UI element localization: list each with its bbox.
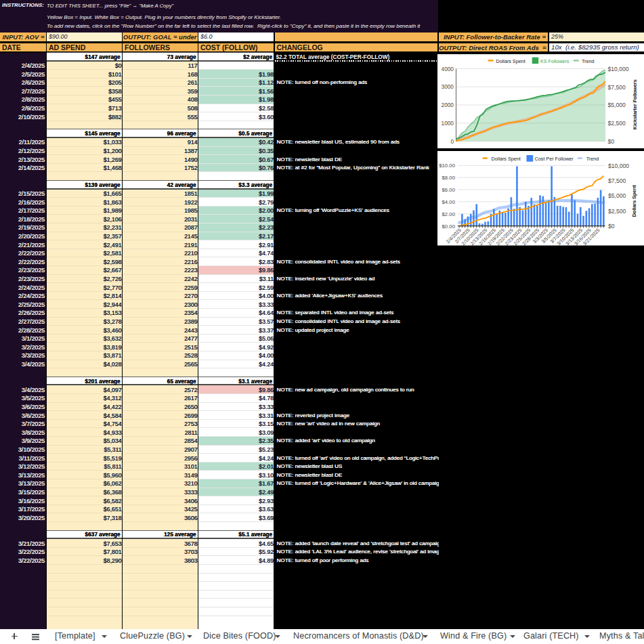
svg-text:Cost Per Follower: Cost Per Follower — [535, 156, 574, 162]
svg-text:$2,500: $2,500 — [608, 120, 626, 127]
svg-text:2000: 2000 — [442, 102, 454, 108]
svg-text:$0.00: $0.00 — [442, 223, 455, 230]
svg-text:$2.00: $2.00 — [442, 211, 455, 217]
svg-text:$0: $0 — [608, 137, 615, 144]
svg-text:$6.00: $6.00 — [442, 187, 455, 193]
svg-text:3000: 3000 — [442, 83, 454, 90]
svg-text:$10,000: $10,000 — [608, 163, 629, 169]
svg-text:Trend: Trend — [582, 58, 595, 64]
svg-text:$7,500: $7,500 — [608, 83, 626, 90]
svg-text:$10,000: $10,000 — [608, 65, 629, 72]
svg-text:$5,000: $5,000 — [608, 192, 626, 199]
svg-text:4000: 4000 — [442, 65, 454, 72]
svg-text:$2,500: $2,500 — [608, 208, 626, 215]
svg-text:$4.00: $4.00 — [442, 199, 455, 205]
svg-text:$7,500: $7,500 — [608, 177, 626, 184]
svg-text:Kickstarter Followers: Kickstarter Followers — [632, 79, 638, 129]
svg-text:Dollars Spent: Dollars Spent — [496, 58, 525, 64]
svg-text:Dollars Spent: Dollars Spent — [492, 156, 521, 162]
svg-text:$10.00: $10.00 — [439, 163, 456, 169]
svg-text:$8.00: $8.00 — [442, 175, 455, 181]
svg-text:$0: $0 — [608, 223, 615, 230]
svg-text:Dollars Spent: Dollars Spent — [631, 185, 637, 217]
svg-text:0: 0 — [450, 137, 454, 144]
svg-text:Trend: Trend — [586, 156, 599, 162]
svg-text:$5,000: $5,000 — [608, 102, 626, 108]
svg-text:1000: 1000 — [442, 119, 454, 126]
svg-text:KS Followers: KS Followers — [540, 58, 570, 64]
